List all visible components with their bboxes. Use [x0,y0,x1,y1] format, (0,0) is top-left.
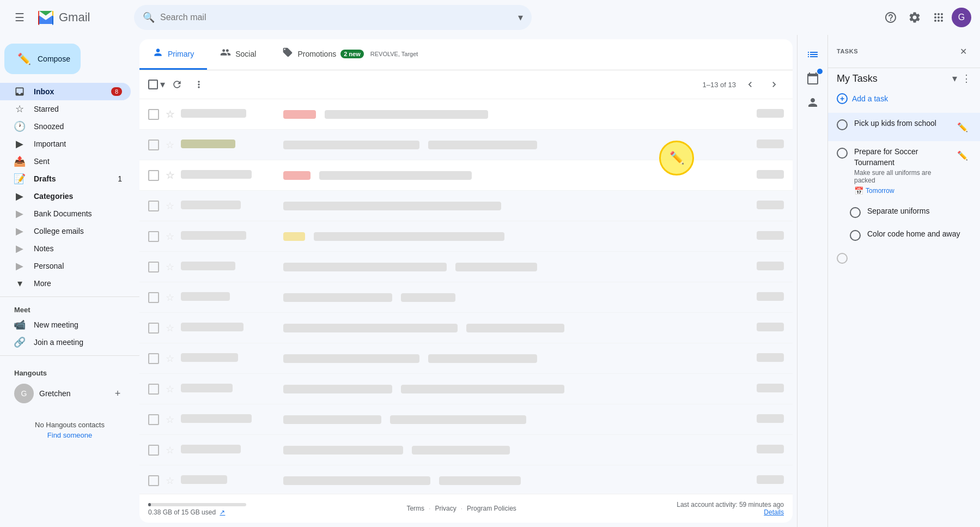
manage-storage-link[interactable]: ↗ [220,508,225,516]
rail-contacts-button[interactable] [802,92,824,113]
sidebar-item-personal[interactable]: ▶ Personal [0,257,131,275]
tab-social[interactable]: Social [207,39,269,70]
search-container[interactable]: 🔍 ▾ [134,5,532,30]
tasks-dropdown-icon[interactable]: ▾ [952,72,957,84]
table-row[interactable]: ☆ [139,374,793,404]
sidebar-item-categories[interactable]: ▶ Categories [0,187,131,205]
email-checkbox[interactable] [148,445,159,456]
sidebar-item-more[interactable]: ▾ More [0,275,131,292]
email-star[interactable]: ☆ [163,169,176,181]
email-star[interactable]: ☆ [163,108,176,120]
details-link[interactable]: Details [764,508,784,516]
tab-primary[interactable]: Primary [139,39,207,70]
email-star[interactable]: ☆ [163,475,176,487]
sidebar-item-new-meeting[interactable]: 📹 New meeting [0,316,131,334]
email-checkbox[interactable] [148,170,159,181]
task-item-4[interactable]: Color code home and away [828,223,980,246]
sidebar-item-join-meeting[interactable]: 🔗 Join a meeting [0,334,131,351]
apps-button[interactable] [928,7,949,28]
table-row[interactable]: ☆ [139,404,793,435]
tasks-close-button[interactable]: ✕ [955,41,971,61]
email-checkbox[interactable] [148,353,159,364]
email-star[interactable]: ☆ [163,414,176,426]
task-item-1[interactable]: Pick up kids from school ✏️ [828,113,980,141]
tab-promotions[interactable]: Promotions 2 new REVOLVE, Target [269,39,431,70]
add-hangouts-button[interactable]: + [110,386,125,401]
table-row[interactable]: ☆ [139,435,793,465]
table-row[interactable]: ☆ [139,343,793,374]
sidebar-item-starred[interactable]: ☆ Starred [0,100,131,118]
task-edit-2[interactable]: ✏️ [954,147,971,164]
search-filter-icon[interactable]: ▾ [518,11,523,23]
sidebar-item-bank[interactable]: ▶ Bank Documents [0,205,131,222]
email-star[interactable]: ☆ [163,353,176,365]
email-checkbox[interactable] [148,201,159,211]
task-edit-1[interactable]: ✏️ [954,118,971,136]
prev-page-button[interactable] [740,75,760,94]
sidebar-item-important[interactable]: ▶ Important [0,135,131,153]
task-item-2[interactable]: Prepare for Soccer Tournament Make sure … [828,141,980,201]
privacy-link[interactable]: Privacy [435,505,456,512]
email-star[interactable]: ☆ [163,139,176,151]
add-task-row[interactable]: + Add a task [828,87,980,111]
email-checkbox[interactable] [148,109,159,120]
email-star[interactable]: ☆ [163,383,176,395]
email-content [283,171,744,180]
email-star[interactable]: ☆ [163,444,176,456]
sidebar-item-drafts[interactable]: 📝 Drafts 1 [0,170,131,187]
task-radio-4[interactable] [850,230,861,241]
table-row[interactable]: ☆ [139,99,793,130]
rail-calendar-button[interactable] [802,68,824,89]
task-item-3[interactable]: Separate uniforms [828,201,980,223]
email-star[interactable]: ☆ [163,200,176,212]
table-row[interactable]: ☆ [139,160,793,191]
compose-button[interactable]: ✏️ Compose [4,44,81,74]
table-row[interactable]: ☆ [139,465,793,494]
task-radio-3[interactable] [850,207,861,218]
email-checkbox[interactable] [148,414,159,425]
tasks-more-icon[interactable]: ⋮ [961,72,971,84]
settings-button[interactable] [904,7,926,28]
help-button[interactable] [880,7,902,28]
sidebar-item-college[interactable]: ▶ College emails [0,222,131,240]
email-checkbox[interactable] [148,262,159,272]
email-checkbox[interactable] [148,384,159,395]
hangouts-user-item[interactable]: G Gretchen + [0,379,139,408]
next-page-button[interactable] [764,75,784,94]
task-radio-5[interactable] [837,253,848,264]
email-star[interactable]: ☆ [163,322,176,334]
table-row[interactable]: ☆ [139,282,793,313]
sidebar-item-inbox[interactable]: Inbox 8 [0,83,131,100]
email-checkbox[interactable] [148,292,159,303]
table-row[interactable]: ☆ [139,313,793,343]
email-checkbox[interactable] [148,231,159,242]
table-row[interactable]: ☆ [139,191,793,221]
email-star[interactable]: ☆ [163,292,176,304]
email-checkbox[interactable] [148,323,159,334]
sidebar-item-snoozed[interactable]: 🕐 Snoozed [0,118,131,135]
search-input[interactable] [160,13,513,22]
table-row[interactable]: ☆ [139,221,793,252]
sidebar-item-sent[interactable]: 📤 Sent [0,153,131,170]
select-dropdown-icon[interactable]: ▾ [160,78,165,90]
task-radio-2[interactable] [837,148,848,159]
refresh-button[interactable] [167,75,187,94]
task-radio-1[interactable] [837,119,848,130]
more-options-button[interactable] [189,75,209,94]
rail-tasks-button[interactable] [802,44,824,65]
email-sender [181,231,279,241]
account-avatar[interactable]: G [952,8,971,27]
table-row[interactable]: ☆ [139,252,793,282]
find-someone-link[interactable]: Find someone [47,431,92,439]
menu-button[interactable]: ☰ [9,7,31,28]
program-policies-link[interactable]: Program Policies [467,505,516,512]
sidebar-item-notes[interactable]: ▶ Notes [0,240,131,257]
email-star[interactable]: ☆ [163,261,176,273]
select-all-checkbox[interactable] [148,80,158,89]
terms-link[interactable]: Terms [406,505,424,512]
email-star[interactable]: ☆ [163,231,176,243]
email-checkbox[interactable] [148,475,159,486]
select-all-area[interactable]: ▾ [148,78,165,90]
table-row[interactable]: ☆ [139,130,793,160]
email-checkbox[interactable] [148,140,159,150]
